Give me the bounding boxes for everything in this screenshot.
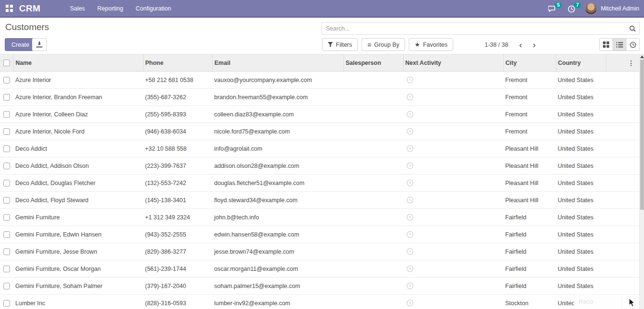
next-activity-clock-icon[interactable]: [406, 145, 414, 152]
menu-sales[interactable]: Sales: [65, 1, 90, 16]
cell-name[interactable]: Deco Addict, Addison Olson: [13, 157, 143, 175]
column-header-next-activity[interactable]: Next Activity: [403, 54, 503, 72]
cell-city[interactable]: Fremont: [503, 123, 556, 140]
row-checkbox[interactable]: [3, 163, 10, 169]
cell-name[interactable]: Azure Interior, Colleen Diaz: [13, 106, 143, 123]
table-row[interactable]: Deco Addict, Addison Olson (223)-399-763…: [0, 157, 639, 175]
cell-next-activity[interactable]: [403, 89, 503, 106]
cell-salesperson[interactable]: [343, 192, 403, 209]
row-checkbox[interactable]: [3, 77, 10, 83]
row-checkbox[interactable]: [3, 94, 10, 101]
cell-email[interactable]: nicole.ford75@example.com: [212, 123, 343, 140]
cell-country[interactable]: United States: [556, 243, 606, 260]
next-activity-clock-icon[interactable]: [406, 196, 414, 204]
cell-email[interactable]: floyd.steward34@example.com: [212, 192, 343, 209]
table-row[interactable]: Azure Interior, Brandon Freeman (355)-68…: [0, 89, 639, 106]
cell-salesperson[interactable]: [343, 89, 403, 106]
next-activity-clock-icon[interactable]: [406, 214, 414, 221]
cell-next-activity[interactable]: [403, 175, 503, 192]
view-kanban-icon[interactable]: [599, 38, 613, 51]
cell-salesperson[interactable]: [343, 123, 403, 140]
cell-country[interactable]: United States: [556, 140, 606, 157]
column-header-country[interactable]: Country: [556, 54, 606, 72]
user-menu[interactable]: Mitchell Admin: [585, 2, 639, 15]
pager-next-icon[interactable]: ›: [529, 39, 540, 51]
cell-city[interactable]: Pleasant Hill: [503, 192, 556, 209]
row-checkbox[interactable]: [3, 266, 10, 272]
cell-city[interactable]: Pleasant Hill: [503, 157, 556, 175]
table-row[interactable]: Gemini Furniture, Jesse Brown (829)-386-…: [0, 243, 639, 260]
row-checkbox[interactable]: [3, 180, 10, 186]
favorites-button[interactable]: ★ Favorites: [409, 38, 453, 51]
cell-name[interactable]: Lumber Inc: [13, 295, 143, 309]
menu-reporting[interactable]: Reporting: [93, 1, 128, 16]
activities-menu[interactable]: 7: [566, 3, 580, 14]
next-activity-clock-icon[interactable]: [406, 282, 414, 289]
cell-email[interactable]: oscar.morgan11@example.com: [212, 260, 343, 278]
next-activity-clock-icon[interactable]: [406, 93, 414, 101]
cell-country[interactable]: United States: [556, 89, 606, 106]
cell-next-activity[interactable]: [403, 226, 503, 243]
table-row[interactable]: Azure Interior +58 212 681 0538 vauxoo@y…: [0, 72, 639, 89]
cell-next-activity[interactable]: [403, 140, 503, 157]
cell-city[interactable]: Pleasant Hill: [503, 175, 556, 192]
row-checkbox[interactable]: [3, 111, 10, 118]
cell-country[interactable]: United States: [556, 209, 606, 226]
cell-city[interactable]: Pleasant Hill: [503, 140, 556, 157]
cell-name[interactable]: Deco Addict: [13, 140, 143, 157]
cell-city[interactable]: Fairfield: [503, 243, 556, 260]
cell-name[interactable]: Gemini Furniture, Oscar Morgan: [13, 260, 143, 278]
cell-salesperson[interactable]: [343, 175, 403, 192]
export-button[interactable]: [32, 38, 47, 51]
cell-name[interactable]: Gemini Furniture, Jesse Brown: [13, 243, 143, 260]
cell-phone[interactable]: (561)-239-1744: [143, 260, 212, 278]
cell-name[interactable]: Azure Interior, Brandon Freeman: [13, 89, 143, 106]
cell-email[interactable]: john.b@tech.info: [212, 209, 343, 226]
cell-email[interactable]: info@agrolait.com: [212, 140, 343, 157]
cell-country[interactable]: United States: [556, 123, 606, 140]
table-row[interactable]: Deco Addict +32 10 588 558 info@agrolait…: [0, 140, 639, 157]
cell-salesperson[interactable]: [343, 140, 403, 157]
column-header-city[interactable]: City: [503, 54, 556, 72]
cell-city[interactable]: Fremont: [503, 106, 556, 123]
app-title[interactable]: CRM: [19, 3, 41, 14]
cell-country[interactable]: United States: [556, 157, 606, 175]
cell-next-activity[interactable]: [403, 278, 503, 295]
cell-name[interactable]: Deco Addict, Floyd Steward: [13, 192, 143, 209]
cell-salesperson[interactable]: [343, 260, 403, 278]
cell-salesperson[interactable]: [343, 157, 403, 175]
group-by-button[interactable]: ≡ Group By: [362, 38, 405, 51]
cell-phone[interactable]: (223)-399-7637: [143, 157, 212, 175]
search-icon[interactable]: [626, 25, 639, 32]
cell-country[interactable]: United States: [556, 72, 606, 89]
next-activity-clock-icon[interactable]: [406, 76, 414, 83]
cell-email[interactable]: jesse.brown74@example.com: [212, 243, 343, 260]
next-activity-clock-icon[interactable]: [406, 179, 414, 186]
cell-city[interactable]: Stockton: [503, 295, 556, 309]
cell-phone[interactable]: +32 10 588 558: [143, 140, 212, 157]
row-checkbox[interactable]: [3, 283, 10, 289]
pager-previous-icon[interactable]: ‹: [515, 39, 526, 51]
cell-country[interactable]: United States: [556, 226, 606, 243]
next-activity-clock-icon[interactable]: [406, 162, 414, 169]
next-activity-clock-icon[interactable]: [406, 128, 414, 135]
table-row[interactable]: Gemini Furniture, Soham Palmer (379)-167…: [0, 278, 639, 295]
cell-country[interactable]: United States: [556, 278, 606, 295]
cell-country[interactable]: United States: [556, 175, 606, 192]
next-activity-clock-icon[interactable]: [406, 265, 414, 272]
cell-next-activity[interactable]: [403, 123, 503, 140]
select-all-checkbox[interactable]: [3, 60, 10, 66]
cell-next-activity[interactable]: [403, 157, 503, 175]
row-checkbox[interactable]: [3, 300, 10, 307]
cell-name[interactable]: Azure Interior, Nicole Ford: [13, 123, 143, 140]
cell-phone[interactable]: +58 212 681 0538: [143, 72, 212, 89]
cell-email[interactable]: edwin.hansen58@example.com: [212, 226, 343, 243]
row-checkbox[interactable]: [3, 231, 10, 238]
row-checkbox[interactable]: [3, 197, 10, 204]
cell-city[interactable]: Fairfield: [503, 226, 556, 243]
search-input[interactable]: [322, 25, 626, 32]
cell-salesperson[interactable]: [343, 72, 403, 89]
table-row[interactable]: Gemini Furniture +1 312 349 2324 john.b@…: [0, 209, 639, 226]
cell-phone[interactable]: (145)-138-3401: [143, 192, 212, 209]
scrollbar-thumb[interactable]: [640, 60, 644, 210]
